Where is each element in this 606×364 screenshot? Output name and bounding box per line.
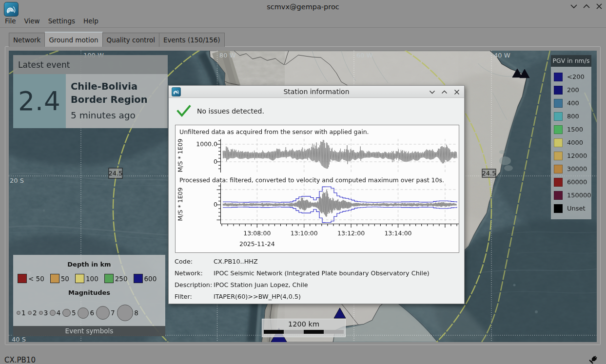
pgv-swatch xyxy=(554,125,563,134)
pgv-legend-item: 400 xyxy=(554,96,591,110)
waveform-plots: Unfiltered data as acquired from the sen… xyxy=(176,125,459,252)
magnitude-legend-item: 7 xyxy=(96,306,115,320)
chevron-up-icon xyxy=(441,90,448,95)
depth-legend-item: 100 xyxy=(75,274,104,283)
xaxis-tick-label: 13:12:00 xyxy=(337,230,365,237)
pgv-label: 4000 xyxy=(567,139,583,146)
magnitude-legend-item: 6 xyxy=(78,307,94,319)
map-artwork xyxy=(513,284,516,287)
dialog-close-button[interactable] xyxy=(453,88,460,96)
magnitude-label: 3 xyxy=(44,309,48,317)
dialog-shade-button[interactable] xyxy=(429,88,436,96)
magnitude-label: 1 xyxy=(21,309,26,317)
station-info-label: Filter: xyxy=(175,292,214,301)
tab-ground-motion[interactable]: Ground motion xyxy=(45,32,102,47)
station-info-value: IPOC Seismic Network (Integrated Plate b… xyxy=(214,269,430,277)
pgv-label: 30000 xyxy=(567,165,587,172)
pgv-legend-item: <200 xyxy=(554,70,591,83)
depth-swatch xyxy=(50,274,59,283)
pgv-legend-item: 12000 xyxy=(554,149,591,162)
pgv-swatch xyxy=(554,73,563,81)
depth-swatch xyxy=(134,274,143,283)
plot1-ytick-label: 1000.0 xyxy=(196,140,217,148)
pgv-legend: PGV in nm/s <200200400800150040001200030… xyxy=(551,55,591,219)
magnitude-legend-item: 1 xyxy=(17,309,26,317)
tab-events-150-156[interactable]: Events (150/156) xyxy=(159,33,225,47)
latest-event-time-ago: 5 minutes ago xyxy=(71,110,168,120)
map-artwork xyxy=(454,90,459,94)
map-artwork xyxy=(584,5,589,8)
pgv-legend-title: PGV in nm/s xyxy=(551,55,591,67)
tab-quality-control[interactable]: Quality control xyxy=(103,33,159,47)
magnitude-legend-title: Magnitudes xyxy=(13,283,165,296)
latest-event-region: Chile-Bolivia Border Region xyxy=(71,80,168,106)
event-symbols-legend: Depth in km < 5050100250600 Magnitudes 1… xyxy=(13,255,165,336)
depth-legend-item: 50 xyxy=(50,274,75,283)
window-close-button[interactable] xyxy=(595,2,604,10)
station-info-value: IPOC Station Juan Lopez, Chile xyxy=(214,281,308,289)
depth-legend-item: 600 xyxy=(134,274,163,283)
station-info-label: Network: xyxy=(175,269,214,277)
station-information-dialog: Station information No issues detected. … xyxy=(168,85,465,304)
dialog-titlebar[interactable]: Station information xyxy=(169,86,464,98)
statusbar-station-code: CX.PB10 xyxy=(4,356,36,364)
window-title: scmvx@gempa-proc xyxy=(0,3,606,11)
chevron-down-icon xyxy=(429,90,435,95)
magnitude-circle xyxy=(28,311,32,315)
menu-help[interactable]: Help xyxy=(83,15,98,27)
latest-event-header: Latest event xyxy=(13,55,168,74)
map-artwork xyxy=(430,91,435,93)
pgv-label: 200 xyxy=(567,86,579,94)
scale-segment xyxy=(304,330,324,334)
pgv-label: 800 xyxy=(567,113,579,120)
pgv-swatch xyxy=(554,112,563,121)
magnitude-label: 7 xyxy=(111,309,115,317)
magnitude-label: 2 xyxy=(33,309,37,317)
window-minimize-button[interactable] xyxy=(569,2,578,10)
dialog-maximize-button[interactable] xyxy=(441,88,448,96)
depth-legend-item: < 50 xyxy=(18,274,50,283)
magnitude-circle xyxy=(78,307,89,319)
envelope-upper xyxy=(223,187,457,202)
map-scale: 1200 km xyxy=(262,319,346,337)
station-info-row: Code:CX.PB10..HHZ xyxy=(175,257,430,266)
magnitude-legend-item: 8 xyxy=(117,305,138,321)
connection-status-icon xyxy=(588,355,598,364)
station-info-value: CX.PB10..HHZ xyxy=(214,257,258,266)
menu-settings[interactable]: Settings xyxy=(48,15,75,27)
dialog-title: Station information xyxy=(169,88,464,96)
latest-event-panel[interactable]: Latest event 2.4 Chile-Bolivia Border Re… xyxy=(13,55,168,128)
magnitude-label: 8 xyxy=(134,309,138,317)
menu-view[interactable]: View xyxy=(24,15,40,27)
map-artwork xyxy=(597,4,602,9)
magnitude-label: 5 xyxy=(72,309,76,317)
tab-network[interactable]: Network xyxy=(9,33,45,47)
station-info-row: Network:IPOC Seismic Network (Integrated… xyxy=(175,269,430,277)
depth-label: 600 xyxy=(144,275,157,283)
dialog-status-text: No issues detected. xyxy=(197,107,264,115)
graticule-label: 40 W xyxy=(494,52,510,59)
depth-legend-item: 250 xyxy=(104,274,134,283)
depth-legend-title: Depth in km xyxy=(13,255,165,268)
depth-swatch xyxy=(18,274,27,283)
graticule-label: 40 S xyxy=(12,336,26,342)
chevron-up-icon xyxy=(583,3,590,9)
waveform-panel: Unfiltered data as acquired from the sen… xyxy=(175,125,459,253)
pgv-legend-item: 30000 xyxy=(554,162,591,175)
magnitude-circle xyxy=(117,305,134,321)
magnitude-legend-item: 5 xyxy=(62,309,76,317)
station-info-row: Description:IPOC Station Juan Lopez, Chi… xyxy=(175,281,430,289)
plot1-ytick-label: 0 xyxy=(214,158,217,165)
window-maximize-button[interactable] xyxy=(582,2,591,10)
pgv-swatch xyxy=(554,99,563,108)
magnitude-legend-item: 3 xyxy=(39,309,48,317)
event-symbols-footer: Event symbols xyxy=(13,326,165,336)
pgv-legend-item: 150000 xyxy=(554,189,591,202)
menu-file[interactable]: File xyxy=(5,15,16,27)
plot1-ylabel: M/S * 1E09 xyxy=(176,139,184,172)
depth-label: 100 xyxy=(86,275,98,283)
map-artwork xyxy=(442,91,447,93)
pgv-swatch xyxy=(554,191,563,200)
plot2-ylabel: M/S * 1E09 xyxy=(176,188,184,221)
station-info-label: Description: xyxy=(175,281,214,289)
